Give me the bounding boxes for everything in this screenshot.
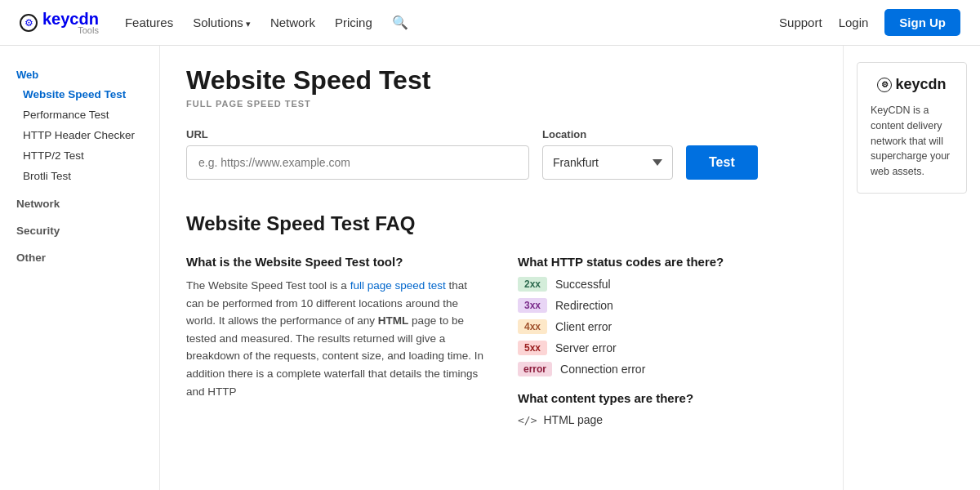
main-nav: Features Solutions Network Pricing 🔍 [125,15,408,30]
html-code-icon: </> [518,414,537,426]
url-label: URL [186,128,529,140]
content-type-title: What content types are there? [518,391,817,405]
ad-box: ⚙ keycdn KeyCDN is a content delivery ne… [857,62,967,194]
nav-solutions[interactable]: Solutions [193,16,251,29]
http-4xx: 4xx Client error [518,319,817,334]
search-icon[interactable]: 🔍 [392,15,408,30]
faq-title: Website Speed Test FAQ [186,212,817,235]
faq-grid: What is the Website Speed Test tool? The… [186,255,817,431]
ad-logo: ⚙ keycdn [871,76,953,93]
header-left: ⚙ keycdn Tools Features Solutions Networ… [20,10,408,35]
http-2xx-label: Successful [555,278,611,291]
support-link[interactable]: Support [779,16,822,29]
main-content: Website Speed Test FULL PAGE SPEED TEST … [160,46,843,490]
header: ⚙ keycdn Tools Features Solutions Networ… [0,0,980,46]
url-form-group: URL [186,128,529,180]
sidebar-item-performance-test[interactable]: Performance Test [0,105,159,125]
sidebar-category-network: Network [0,186,159,213]
http-5xx: 5xx Server error [518,341,817,355]
faq-left-answer: The Website Speed Test tool is a full pa… [186,277,485,400]
faq-html-bold: HTML [378,314,409,327]
sidebar: Web Website Speed Test Performance Test … [0,46,160,490]
nav-features[interactable]: Features [125,16,173,29]
page-layout: Web Website Speed Test Performance Test … [0,46,980,490]
http-2xx: 2xx Successful [518,277,817,292]
badge-3xx: 3xx [518,298,547,313]
logo-icon: ⚙ [20,14,38,32]
nav-network[interactable]: Network [270,16,315,29]
ad-sidebar: ⚙ keycdn KeyCDN is a content delivery ne… [843,46,980,490]
html-page-label: HTML page [543,413,603,426]
http-status-list: 2xx Successful 3xx Redirection 4xx Clien… [518,277,817,376]
signup-button[interactable]: Sign Up [884,9,960,36]
nav-pricing[interactable]: Pricing [335,16,372,29]
faq-right: What HTTP status codes are there? 2xx Su… [518,255,817,431]
sidebar-item-website-speed-test[interactable]: Website Speed Test [0,84,159,105]
page-subtitle: FULL PAGE SPEED TEST [186,99,817,109]
sidebar-item-http2-test[interactable]: HTTP/2 Test [0,145,159,166]
faq-right-question: What HTTP status codes are there? [518,255,817,269]
http-3xx: 3xx Redirection [518,298,817,313]
location-label: Location [542,128,673,140]
badge-error: error [518,362,552,376]
sidebar-category-web: Web [0,62,159,84]
ad-logo-icon: ⚙ [877,78,892,92]
http-error: error Connection error [518,362,817,376]
sidebar-item-brotli-test[interactable]: Brotli Test [0,166,159,186]
url-input[interactable] [186,145,529,180]
badge-2xx: 2xx [518,277,547,292]
badge-5xx: 5xx [518,341,547,355]
logo-text: keycdn Tools [42,10,99,35]
logo[interactable]: ⚙ keycdn Tools [20,10,99,35]
test-button[interactable]: Test [686,145,758,180]
url-form: URL Location Frankfurt New York London S… [186,128,817,180]
ad-text: KeyCDN is a content delivery network tha… [871,103,953,180]
http-4xx-label: Client error [555,320,612,333]
page-title: Website Speed Test [186,65,817,96]
http-error-label: Connection error [560,363,645,376]
sidebar-category-security: Security [0,213,159,240]
http-3xx-label: Redirection [555,299,613,312]
login-link[interactable]: Login [839,16,869,29]
faq-left-question: What is the Website Speed Test tool? [186,255,485,269]
ad-logo-text: keycdn [895,76,946,93]
content-types: What content types are there? </> HTML p… [518,391,817,426]
http-5xx-label: Server error [555,341,617,354]
location-select[interactable]: Frankfurt New York London Singapore [542,145,673,180]
sidebar-category-other: Other [0,240,159,267]
location-form-group: Location Frankfurt New York London Singa… [542,128,673,180]
content-type-html: </> HTML page [518,413,817,426]
sidebar-item-http-header-checker[interactable]: HTTP Header Checker [0,125,159,145]
faq-link-full-page[interactable]: full page speed test [350,279,446,292]
faq-left: What is the Website Speed Test tool? The… [186,255,485,431]
header-right: Support Login Sign Up [779,9,960,36]
badge-4xx: 4xx [518,319,547,334]
